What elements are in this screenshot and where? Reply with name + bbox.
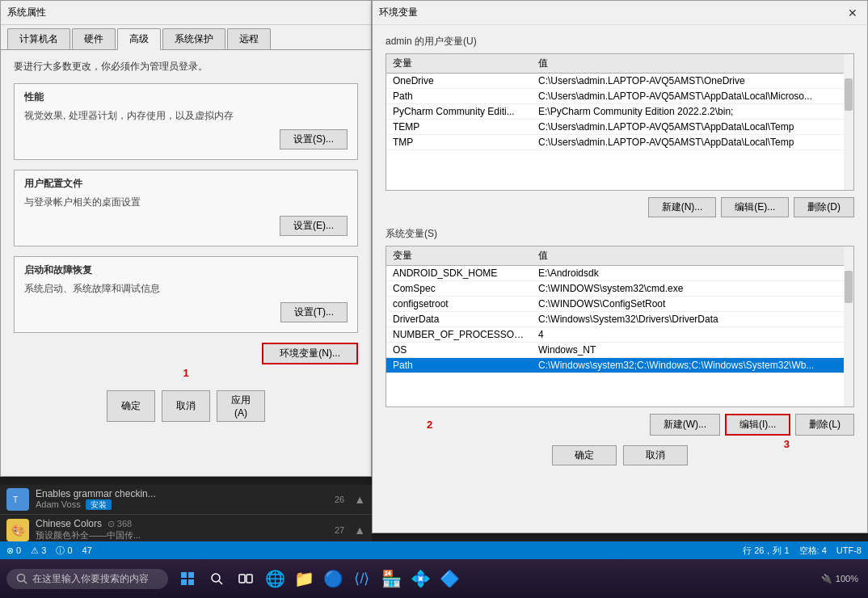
sys-new-button[interactable]: 新建(W)... (650, 414, 720, 436)
performance-title: 性能 (24, 91, 348, 104)
sys-vars-table-container[interactable]: 变量 值 ANDROID_SDK_HOMEE:\AndroidsdkComSpe… (386, 246, 854, 407)
plugin-arrow-1: ▲ (354, 493, 365, 506)
svg-point-8 (212, 574, 220, 582)
taskbar-search-text: 在这里输入你要搜索的内容 (32, 572, 149, 586)
taskbar-percent: 100% (836, 574, 858, 583)
taskbar-search[interactable]: 在这里输入你要搜索的内容 (6, 569, 168, 589)
table-row[interactable]: OneDriveC:\Users\admin.LAPTOP-AVQ5AMST\O… (386, 74, 853, 89)
plugin-author-1: Adam Voss 安装 (36, 499, 314, 511)
ok-button[interactable]: 确定 (107, 390, 155, 422)
plugin-name-1: Enables grammar checkin... (36, 488, 314, 499)
plugin-info-1: Enables grammar checkin... Adam Voss 安装 (36, 488, 314, 511)
plugin-icon-2: 🎨 (6, 519, 29, 541)
tab-sysprotection[interactable]: 系统保护 (162, 28, 225, 49)
apply-button[interactable]: 应用(A) (217, 390, 265, 422)
env-ok-button[interactable]: 确定 (552, 445, 617, 465)
search-icon (16, 573, 27, 584)
cancel-button[interactable]: 取消 (162, 390, 210, 422)
plugin-author-2: 预设颜色补全——中国传... (36, 529, 314, 541)
var-value-cell: Windows_NT (532, 343, 853, 358)
sys-delete-button[interactable]: 删除(L) (795, 414, 854, 436)
var-value-cell: C:\Users\admin.LAPTOP-AVQ5AMST\AppData\L… (532, 120, 853, 135)
var-value-cell: C:\WINDOWS\system32\cmd.exe (532, 281, 853, 297)
sys-col-val: 值 (532, 246, 853, 266)
user-vars-buttons: 新建(N)... 编辑(E)... 删除(D) (386, 197, 854, 217)
startup-settings-button[interactable]: 设置(T)... (280, 302, 348, 322)
table-row[interactable]: DriverDataC:\Windows\System32\Drivers\Dr… (386, 312, 853, 327)
user-delete-button[interactable]: 删除(D) (794, 197, 854, 217)
taskbar-figma[interactable]: 💠 (407, 566, 433, 592)
taskbar-chrome[interactable]: 🔵 (320, 566, 346, 592)
user-edit-button[interactable]: 编辑(E)... (721, 197, 789, 217)
plugin-icon-1: T (6, 488, 29, 511)
user-vars-table-container[interactable]: 变量 值 OneDriveC:\Users\admin.LAPTOP-AVQ5A… (386, 53, 854, 191)
taskbar-right: 🔌 100% (821, 574, 865, 584)
table-row[interactable]: OSWindows_NT (386, 343, 853, 358)
tab-computername[interactable]: 计算机名 (7, 28, 70, 49)
performance-settings-button[interactable]: 设置(S)... (280, 129, 348, 150)
env-title: 环境变量 (379, 6, 418, 19)
info-count: ⓘ 0 (56, 545, 72, 557)
taskbar: 在这里输入你要搜索的内容 🌐 📁 (0, 559, 868, 598)
plugin-name-2: Chinese Colors ⊙ 368 (36, 518, 314, 529)
taskview-icon (238, 571, 253, 586)
taskbar-icons: 🌐 📁 🔵 ⟨/⟩ 🏪 💠 🔷 (175, 566, 462, 592)
plugin-badge-1[interactable]: 安装 (86, 499, 112, 510)
taskbar-vscode[interactable]: ⟨/⟩ (349, 566, 375, 592)
tab-hardware[interactable]: 硬件 (72, 28, 116, 49)
tab-advanced[interactable]: 高级 (117, 28, 161, 50)
table-row[interactable]: ANDROID_SDK_HOMEE:\Androidsdk (386, 266, 853, 281)
sys-col-var: 变量 (386, 246, 532, 266)
sys-props-titlebar: 系统属性 (1, 1, 371, 25)
user-new-button[interactable]: 新建(N)... (648, 197, 717, 217)
taskbar-app[interactable]: 🔷 (436, 566, 462, 592)
taskbar-search-btn[interactable] (204, 566, 230, 592)
startup-desc: 系统启动、系统故障和调试信息 (24, 282, 348, 296)
plugin-arrow-2: ▲ (354, 524, 365, 537)
var-name-cell: configsetroot (386, 297, 532, 312)
var-value-cell: C:\Users\admin.LAPTOP-AVQ5AMST\AppData\L… (532, 89, 853, 104)
svg-line-3 (24, 581, 27, 584)
sys-edit-button[interactable]: 编辑(I)... (725, 414, 790, 436)
table-row[interactable]: PathC:\Users\admin.LAPTOP-AVQ5AMST\AppDa… (386, 89, 853, 104)
table-row[interactable]: NUMBER_OF_PROCESSORS4 (386, 327, 853, 343)
taskbar-explorer[interactable]: 📁 (291, 566, 317, 592)
svg-point-2 (18, 575, 25, 582)
var-value-cell: E:\Androidsdk (532, 266, 853, 281)
table-row[interactable]: ComSpecC:\WINDOWS\system32\cmd.exe (386, 281, 853, 297)
hotkey-count: 47 (82, 545, 92, 555)
env-titlebar: 环境变量 ✕ (373, 1, 867, 25)
env-content: admin 的用户变量(U) 变量 值 OneDriveC:\Users\adm… (373, 25, 867, 475)
svg-line-9 (219, 581, 222, 584)
table-row[interactable]: PathC:\Windows\system32;C:\Windows;C:\Wi… (386, 358, 853, 373)
table-row[interactable]: TEMPC:\Users\admin.LAPTOP-AVQ5AMST\AppDa… (386, 120, 853, 135)
var-name-cell: DriverData (386, 312, 532, 327)
user-col-val: 值 (532, 54, 853, 74)
userprofile-settings-button[interactable]: 设置(E)... (280, 216, 348, 236)
annotation-3: 3 (784, 438, 790, 450)
table-row[interactable]: TMPC:\Users\admin.LAPTOP-AVQ5AMST\AppDat… (386, 135, 853, 150)
taskbar-taskview[interactable] (233, 566, 259, 592)
var-name-cell: PyCharm Community Editi... (386, 104, 532, 120)
taskbar-edge[interactable]: 🌐 (262, 566, 288, 592)
close-button[interactable]: ✕ (845, 6, 861, 19)
encoding-info: UTF-8 (836, 545, 862, 555)
sys-vars-label: 系统变量(S) (386, 227, 854, 241)
taskbar-search-icon (209, 571, 224, 586)
var-value-cell: E:\PyCharm Community Edition 2022.2.2\bi… (532, 104, 853, 120)
plugin-info-2: Chinese Colors ⊙ 368 预设颜色补全——中国传... (36, 518, 314, 541)
var-value-cell: C:\WINDOWS\ConfigSetRoot (532, 297, 853, 312)
user-vars-table: 变量 值 OneDriveC:\Users\admin.LAPTOP-AVQ5A… (386, 54, 853, 150)
taskbar-start[interactable] (175, 566, 200, 592)
var-name-cell: Path (386, 358, 532, 373)
plugin-item-1: T Enables grammar checkin... Adam Voss 安… (0, 485, 372, 515)
table-row[interactable]: PyCharm Community Editi...E:\PyCharm Com… (386, 104, 853, 120)
tab-remote[interactable]: 远程 (227, 28, 271, 49)
sys-vars-table: 变量 值 ANDROID_SDK_HOMEE:\AndroidsdkComSpe… (386, 246, 853, 373)
var-value-cell: C:\Windows\System32\Drivers\DriverData (532, 312, 853, 327)
warning-count: ⚠ 3 (31, 545, 46, 556)
table-row[interactable]: configsetrootC:\WINDOWS\ConfigSetRoot (386, 297, 853, 312)
env-cancel-button[interactable]: 取消 (623, 445, 688, 465)
taskbar-store[interactable]: 🏪 (378, 566, 404, 592)
env-vars-button[interactable]: 环境变量(N)... (262, 343, 358, 364)
